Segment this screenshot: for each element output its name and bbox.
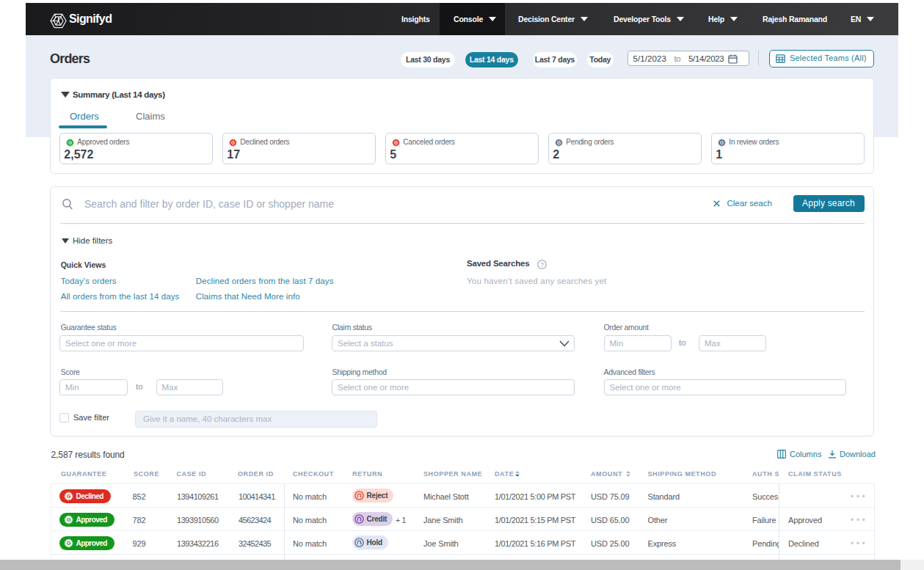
svg-text:G: G bbox=[67, 516, 71, 523]
svg-text:?: ? bbox=[540, 260, 544, 268]
svg-text:G: G bbox=[67, 493, 71, 500]
svg-text:G: G bbox=[394, 140, 398, 145]
svg-text:G: G bbox=[231, 140, 235, 145]
svg-text:G: G bbox=[557, 140, 561, 145]
svg-text:G: G bbox=[720, 140, 724, 145]
svg-text:G: G bbox=[67, 540, 71, 547]
svg-text:G: G bbox=[68, 140, 72, 145]
